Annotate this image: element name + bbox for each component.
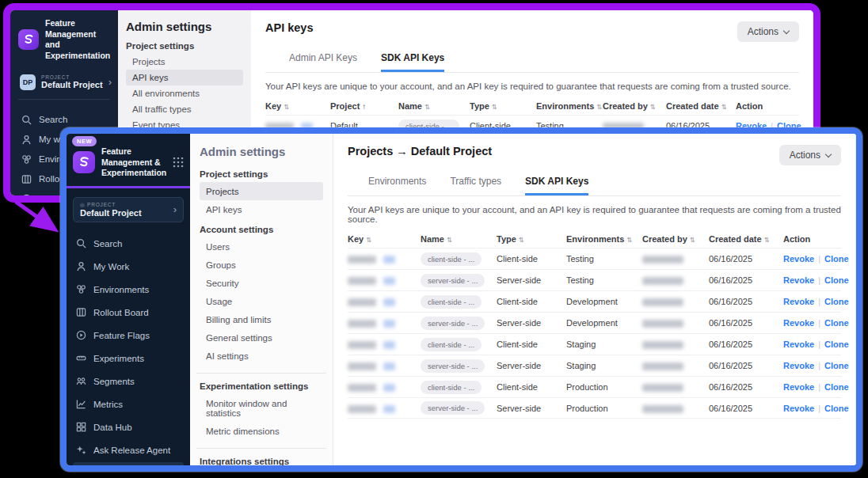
column-header-project[interactable]: Project↑ [330, 101, 398, 111]
column-header-environment[interactable]: Environments⇅ [566, 234, 642, 244]
sort-icon[interactable]: ⇅ [596, 103, 602, 111]
sort-icon[interactable]: ↑ [362, 102, 366, 111]
revoke-link[interactable]: Revoke [783, 382, 814, 392]
sidebar-item-experiments[interactable]: Experiments [73, 347, 184, 370]
nav-item-projects[interactable]: Projects [200, 182, 323, 200]
clone-link[interactable]: Clone [824, 340, 849, 349]
clone-link[interactable]: Clone [824, 404, 849, 413]
cell-created_by [642, 340, 709, 349]
revoke-link[interactable]: Revoke [783, 297, 814, 306]
cell-type: Client-side [497, 340, 566, 349]
column-header-environment[interactable]: Environments⇅ [536, 101, 603, 111]
front-api-keys-table: Key⇅Name⇅Type⇅Environments⇅Created by⇅Cr… [348, 230, 841, 419]
sidebar-item-data-hub[interactable]: Data Hub [73, 416, 184, 438]
back-project-selector[interactable]: DP PROJECT Default Project › [18, 70, 110, 100]
nav-item-groups[interactable]: Groups [200, 256, 323, 274]
clone-link[interactable]: Clone [824, 254, 849, 264]
nav-item-monitor-window-and-statistics[interactable]: Monitor window and statistics [200, 394, 323, 422]
revoke-link[interactable]: Revoke [783, 361, 814, 370]
sort-icon[interactable]: ⇅ [366, 236, 371, 244]
clone-link[interactable]: Clone [824, 382, 849, 392]
sort-icon[interactable]: ⇅ [519, 236, 524, 244]
actions-button[interactable]: Actions [779, 145, 841, 165]
nav-item-billing-and-limits[interactable]: Billing and limits [200, 310, 323, 328]
sidebar-item-segments[interactable]: Segments [73, 370, 184, 393]
nav-item-metric-dimensions[interactable]: Metric dimensions [200, 422, 323, 440]
clone-link[interactable]: Clone [824, 361, 849, 370]
sort-icon[interactable]: ⇅ [650, 103, 656, 111]
nav-item-api-keys[interactable]: API keys [126, 70, 243, 85]
clone-link[interactable]: Clone [824, 318, 849, 328]
column-header-created_by[interactable]: Created by⇅ [642, 234, 709, 244]
column-header-created_date[interactable]: Created date⇅ [709, 234, 783, 244]
column-header-key[interactable]: Key⇅ [265, 101, 330, 111]
revoke-link[interactable]: Revoke [783, 275, 814, 285]
front-project-selector[interactable]: ◎ PROJECT Default Project › [73, 197, 184, 222]
tab-environments[interactable]: Environments [368, 176, 426, 195]
cell-name: server-side - ... [421, 317, 497, 330]
sort-icon[interactable]: ⇅ [492, 103, 497, 111]
cell-created_by [642, 403, 709, 412]
column-header-name[interactable]: Name⇅ [421, 234, 497, 244]
sidebar-item-my-work[interactable]: My Work [73, 256, 184, 278]
sidebar-item-search[interactable]: Search [73, 233, 184, 255]
sort-icon[interactable]: ⇅ [721, 103, 727, 111]
actions-button[interactable]: Actions [737, 21, 799, 42]
redacted-key-tag [383, 341, 395, 349]
sidebar-item-search[interactable]: Search [18, 110, 110, 130]
nav-item-api-keys[interactable]: API keys [200, 200, 323, 218]
nav-item-all-traffic-types[interactable]: All traffic types [126, 101, 243, 117]
cell-environment: Development [566, 318, 642, 328]
app-title: Feature Management and Experimentation [45, 18, 110, 62]
tab-traffic-types[interactable]: Traffic types [450, 176, 501, 195]
nav-item-projects[interactable]: Projects [126, 54, 243, 70]
revoke-link[interactable]: Revoke [783, 404, 814, 413]
sidebar-item-label: Rollout Board [93, 308, 149, 317]
action-separator: | [818, 318, 820, 328]
sort-icon[interactable]: ⇅ [690, 236, 695, 244]
cell-created_by [642, 382, 709, 392]
sort-icon[interactable]: ⇅ [284, 103, 289, 111]
column-header-key[interactable]: Key⇅ [348, 234, 421, 244]
sidebar-item-environments[interactable]: Environments [73, 279, 184, 301]
sidebar-item-rollout-board[interactable]: Rollout Board [73, 302, 184, 324]
revoke-link[interactable]: Revoke [783, 340, 814, 349]
front-sidebar-menu: SearchMy WorkEnvironmentsRollout BoardFe… [73, 233, 184, 472]
nav-item-users[interactable]: Users [200, 237, 323, 256]
nav-item-ai-settings[interactable]: AI settings [200, 347, 323, 365]
clone-link[interactable]: Clone [824, 297, 849, 306]
redacted-created-by [642, 362, 683, 370]
sort-icon[interactable]: ⇅ [424, 103, 430, 111]
column-header-type[interactable]: Type⇅ [470, 101, 536, 111]
revoke-link[interactable]: Revoke [783, 254, 814, 264]
cell-created_date: 06/16/2025 [709, 361, 783, 370]
column-header-type[interactable]: Type⇅ [497, 234, 566, 244]
sidebar-item-feature-flags[interactable]: Feature Flags [73, 324, 184, 347]
tab-sdk-api-keys[interactable]: SDK API Keys [381, 52, 444, 72]
nav-section-header: Project settings [200, 169, 323, 179]
nav-item-usage[interactable]: Usage [200, 292, 323, 310]
tab-sdk-api-keys[interactable]: SDK API Keys [525, 176, 588, 195]
nav-item-all-environments[interactable]: All environments [126, 85, 243, 101]
sort-icon[interactable]: ⇅ [626, 236, 632, 244]
clone-link[interactable]: Clone [824, 275, 849, 285]
desktop-background: Feature Management and Experimentation D… [0, 0, 868, 478]
sidebar-item-metrics[interactable]: Metrics [73, 393, 184, 415]
cell-environment: Staging [566, 340, 642, 349]
sidebar-item-ask-release-agent[interactable]: Ask Release Agent [73, 439, 184, 461]
sort-icon[interactable]: ⇅ [447, 236, 452, 244]
column-header-name[interactable]: Name⇅ [398, 101, 470, 111]
cell-created_by [642, 361, 709, 370]
sort-icon[interactable]: ⇅ [764, 236, 770, 244]
name-pill: server-side - ... [421, 317, 485, 330]
app-switcher-icon[interactable] [173, 157, 184, 168]
revoke-link[interactable]: Revoke [783, 318, 814, 328]
sidebar-item-fme-settings[interactable]: FME Settings [73, 462, 184, 472]
nav-item-general-settings[interactable]: General settings [200, 328, 323, 347]
nav-item-security[interactable]: Security [200, 274, 323, 292]
column-header-created_date[interactable]: Created date⇅ [666, 101, 736, 111]
cell-name: client-side - ... [421, 252, 497, 266]
column-header-created_by[interactable]: Created by⇅ [603, 101, 666, 111]
rollout-board-icon [21, 174, 32, 184]
tab-admin-api-keys[interactable]: Admin API Keys [289, 52, 357, 72]
